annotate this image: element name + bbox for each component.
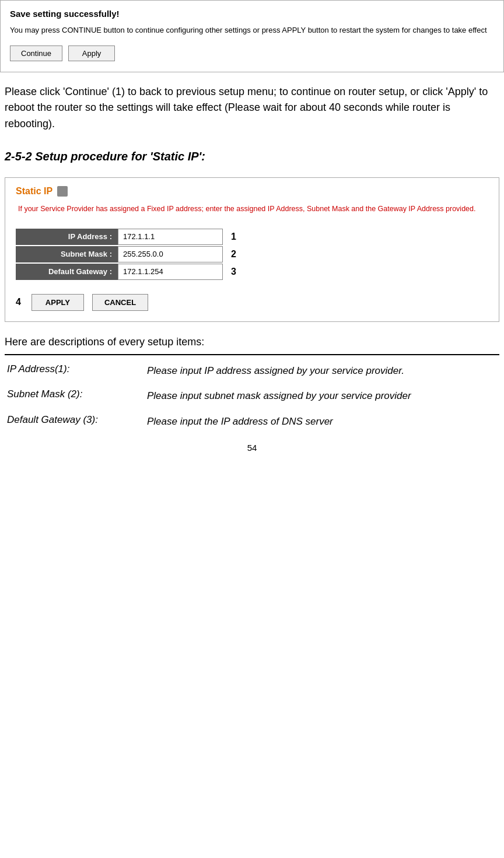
static-ip-label: Static IP bbox=[16, 186, 52, 197]
desc-def-gateway: Please input the IP address of DNS serve… bbox=[145, 406, 499, 432]
descriptions-intro: Here are descriptions of every setup ite… bbox=[5, 336, 499, 348]
subnet-mask-input[interactable] bbox=[118, 246, 223, 262]
ip-address-input[interactable] bbox=[118, 229, 223, 245]
plug-icon bbox=[57, 186, 68, 197]
static-ip-header: Static IP If your Service Provider has a… bbox=[5, 178, 499, 229]
descriptions-table: IP Address(1): Please input IP address a… bbox=[5, 355, 499, 432]
static-ip-fields: IP Address : 1 Subnet Mask : 2 Default G… bbox=[5, 229, 499, 280]
static-ip-apply-button[interactable]: APPLY bbox=[32, 294, 84, 311]
desc-def-subnet: Please input subnet mask assigned by you… bbox=[145, 380, 499, 406]
desc-term-ip: IP Address(1): bbox=[5, 355, 145, 381]
subnet-mask-label: Subnet Mask : bbox=[16, 246, 118, 262]
page-number: 54 bbox=[5, 443, 499, 458]
desc-row-subnet: Subnet Mask (2): Please input subnet mas… bbox=[5, 380, 499, 406]
ip-address-row: IP Address : 1 bbox=[16, 229, 488, 245]
main-content: Please click 'Continue' (1) to back to p… bbox=[0, 72, 504, 471]
desc-term-gateway: Default Gateway (3): bbox=[5, 406, 145, 432]
desc-row-ip: IP Address(1): Please input IP address a… bbox=[5, 355, 499, 381]
action-number: 4 bbox=[16, 297, 21, 307]
default-gateway-label: Default Gateway : bbox=[16, 264, 118, 280]
static-ip-box: Static IP If your Service Provider has a… bbox=[5, 177, 499, 322]
subnet-mask-row: Subnet Mask : 2 bbox=[16, 246, 488, 262]
static-ip-description: If your Service Provider has assigned a … bbox=[16, 204, 488, 215]
field-number-3: 3 bbox=[231, 267, 236, 277]
default-gateway-row: Default Gateway : 3 bbox=[16, 264, 488, 280]
banner-body: You may press CONTINUE button to continu… bbox=[10, 24, 494, 36]
section-heading: 2-5-2 Setup procedure for 'Static IP': bbox=[5, 150, 499, 163]
desc-term-subnet: Subnet Mask (2): bbox=[5, 380, 145, 406]
banner-buttons: Continue Apply bbox=[10, 45, 494, 61]
static-ip-cancel-button[interactable]: CANCEL bbox=[92, 294, 148, 311]
save-success-banner: Save setting successfully! You may press… bbox=[0, 0, 504, 72]
continue-button[interactable]: Continue bbox=[10, 45, 62, 61]
banner-title: Save setting successfully! bbox=[10, 9, 494, 19]
ip-address-label: IP Address : bbox=[16, 229, 118, 245]
apply-button[interactable]: Apply bbox=[68, 45, 115, 61]
field-number-1: 1 bbox=[231, 232, 236, 242]
desc-row-gateway: Default Gateway (3): Please input the IP… bbox=[5, 406, 499, 432]
static-ip-title: Static IP bbox=[16, 186, 488, 197]
static-ip-actions: 4 APPLY CANCEL bbox=[5, 288, 499, 311]
description-paragraph: Please click 'Continue' (1) to back to p… bbox=[5, 84, 499, 133]
field-number-2: 2 bbox=[231, 249, 236, 260]
desc-def-ip: Please input IP address assigned by your… bbox=[145, 355, 499, 381]
default-gateway-input[interactable] bbox=[118, 264, 223, 280]
